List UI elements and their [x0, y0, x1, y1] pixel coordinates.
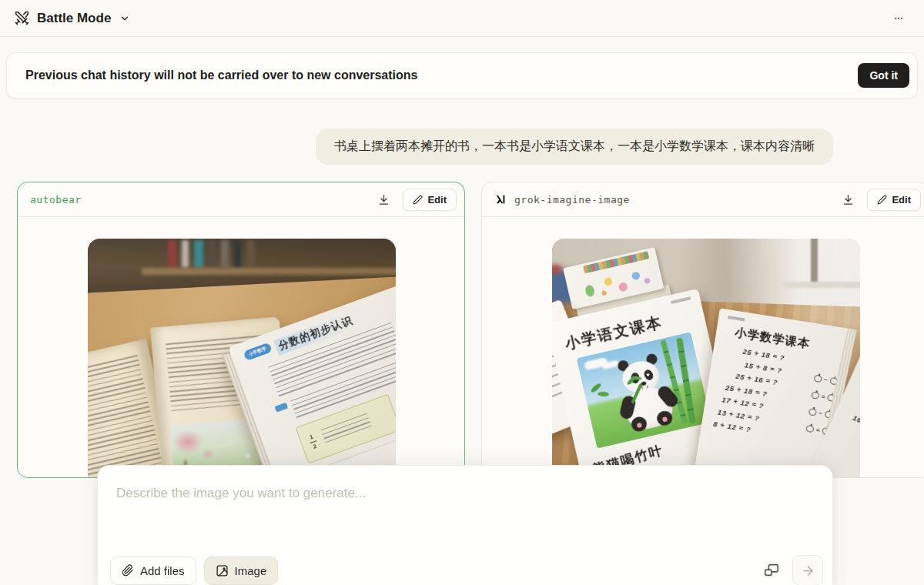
send-button[interactable]: [792, 555, 823, 585]
image-mode-label: Image: [235, 564, 267, 577]
user-message-bubble: 书桌上摆着两本摊开的书，一本书是小学语文课本，一本是小学数学课本，课本内容清晰: [316, 129, 833, 165]
battle-mode-selector[interactable]: Battle Mode: [14, 10, 130, 26]
chevron-down-icon: [119, 13, 130, 24]
ellipsis-icon: [892, 12, 906, 25]
top-bar: Battle Mode: [0, 0, 924, 37]
image-mode-button[interactable]: Image: [204, 557, 279, 585]
panel-body: 文课本 小学语文课本: [482, 217, 924, 477]
user-message-text: 书桌上摆着两本摊开的书，一本书是小学语文课本，一本是小学数学课本，课本内容清晰: [334, 139, 815, 155]
download-button[interactable]: [839, 190, 858, 209]
panda-illustration: [577, 332, 711, 448]
composer-right-tools: [762, 555, 823, 585]
shelf-board: [142, 268, 396, 275]
edit-button[interactable]: Edit: [867, 189, 921, 211]
paperclip-icon: [122, 564, 134, 577]
aspect-ratio-button[interactable]: [762, 560, 782, 580]
panel-header: autobear Edit: [18, 182, 464, 217]
download-icon: [842, 193, 855, 206]
book-spines: [168, 240, 255, 268]
window-frame: [811, 239, 818, 286]
crossed-swords-icon: [14, 10, 30, 26]
arrow-right-icon: [801, 563, 815, 578]
download-icon: [377, 193, 390, 206]
pencil-icon: [877, 195, 887, 205]
generated-image-grok[interactable]: 文课本 小学语文课本: [552, 239, 860, 477]
aspect-ratio-icon: [763, 562, 780, 579]
edit-button[interactable]: Edit: [403, 189, 457, 211]
fraction-note-lines: [320, 413, 373, 446]
math-book-logo: 小学数学: [243, 343, 273, 362]
prompt-input[interactable]: [116, 486, 814, 530]
panel-actions: Edit: [374, 189, 457, 211]
example-tag: [275, 403, 289, 413]
small-print: [671, 296, 691, 304]
download-button[interactable]: [374, 190, 393, 209]
model-name-autobear: autobear: [30, 194, 82, 206]
window-sill: [783, 282, 860, 288]
model-panel-autobear: autobear Edit: [17, 182, 465, 478]
composer-toolbar: Add files Image: [110, 555, 823, 585]
prompt-composer: Add files Image: [97, 465, 833, 585]
battle-mode-label: Battle Mode: [37, 11, 111, 26]
image-icon: [216, 564, 229, 577]
notice-text: Previous chat history will not be carrie…: [25, 69, 417, 82]
fraction: 12: [307, 433, 320, 450]
generated-image-autobear[interactable]: 小学数学分数的初步认识 12: [88, 239, 396, 477]
add-files-label: Add files: [140, 564, 185, 577]
model-panel-grok: grok-imagine-image Edit: [481, 182, 924, 478]
edit-label: Edit: [427, 194, 447, 206]
pencil-icon: [413, 195, 423, 205]
panel-body: 小学数学分数的初步认识 12: [18, 217, 464, 477]
small-print: [728, 316, 745, 321]
got-it-button[interactable]: Got it: [858, 63, 909, 88]
edit-label: Edit: [892, 194, 911, 206]
xai-logo-icon: [494, 193, 507, 206]
panel-header: grok-imagine-image Edit: [482, 182, 924, 217]
blurred-object-tip: [552, 265, 561, 274]
open-math-textbook: 小学数学课本 25 + 18 = ? 15 + 8 = ? 25 + 16 = …: [691, 308, 860, 477]
more-options-button[interactable]: [889, 8, 909, 28]
notice-banner: Previous chat history will not be carrie…: [6, 52, 918, 99]
add-files-button[interactable]: Add files: [110, 557, 196, 585]
panel-actions: Edit: [839, 189, 921, 211]
model-name-grok: grok-imagine-image: [514, 194, 630, 206]
